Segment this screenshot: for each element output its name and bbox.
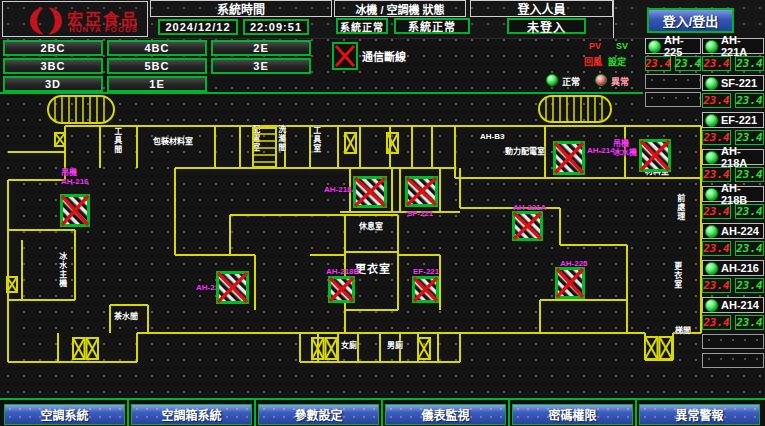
unit-status-led-icon [705,151,718,164]
ahu-offline-icon[interactable] [512,211,543,241]
unit-name: AH-224 [721,225,759,237]
setpoint-label: 設定 [608,55,626,68]
room-label: 工具室 [311,126,320,153]
unit-pv-value: 23.4 [702,56,731,71]
unit-sv-value: 23.4 [735,93,764,108]
room-label: 女廁 [341,342,357,351]
chiller-status-value: 系統正常 [336,18,388,34]
stairs-icon [252,127,277,168]
top-bar: 宏亞食品 HUNYA FOODS 系統時間 2024/12/12 22:09:5… [0,0,765,39]
menu-divider [254,400,256,426]
login-logout-button[interactable]: 登入/登出 [647,8,734,33]
unit-status-led-icon [648,40,661,53]
unit-ah-221a[interactable]: AH-221A [702,38,764,54]
menu-divider [635,400,637,426]
floor-button-4bc[interactable]: 4BC [107,40,207,56]
bottom-button-1[interactable]: 空調系統 [4,404,125,425]
floor-button-2bc[interactable]: 2BC [3,40,103,56]
menu-divider [381,400,383,426]
unit-name: AH-218B [721,182,763,206]
room-label: 休息室 [359,223,383,232]
unit-name: AH-225 [664,34,700,58]
hmi-screen: 宏亞食品 HUNYA FOODS 系統時間 2024/12/12 22:09:5… [0,0,765,426]
unit-pv-value: 23.4 [702,204,731,219]
bottom-button-6[interactable]: 異常警報 [639,404,760,425]
bottom-button-3[interactable]: 參數設定 [258,404,379,425]
unit-sv-value: 23.4 [675,56,701,71]
floor-button-1e[interactable]: 1E [107,76,207,92]
equipment-label: AH-214 [587,146,615,155]
company-name-en: HUNYA FOODS [69,25,138,34]
floor-button-5bc[interactable]: 5BC [107,58,207,74]
login-user-title: 登入人員 [470,0,613,17]
ahu-offline-icon[interactable] [216,271,249,304]
pv-label: PV [589,41,601,51]
unit-name: AH-214 [721,299,759,311]
floor-button-2e[interactable]: 2E [211,40,311,56]
unit-sv-value: 23.4 [735,204,764,219]
exhaust-fan-icon [344,132,357,154]
stairs-icon [538,95,612,123]
empty-slot [645,92,701,107]
floor-button-3e[interactable]: 3E [211,58,311,74]
room-label: 前處理 [675,194,684,221]
unit-ah-218b[interactable]: AH-218B [702,186,764,202]
unit-pv-value: 23.4 [702,278,731,293]
sv-label: SV [616,41,628,51]
unit-ah-216[interactable]: AH-216 [702,260,764,276]
equipment-label: AH-218B [326,267,359,276]
exhaust-fan-icon [72,337,99,360]
floor-button-3d[interactable]: 3D [3,76,103,92]
unit-status-led-icon [705,77,718,90]
normal-led-icon [546,74,558,86]
room-label: 男廁 [387,342,403,351]
unit-name: AH-216 [721,262,759,274]
ahu-offline-icon[interactable] [412,276,439,303]
unit-ah-224[interactable]: AH-224 [702,223,764,239]
unit-ah-218a[interactable]: AH-218A [702,149,764,165]
equipment-label: 吊機 冰水機 [613,139,637,157]
bottom-button-2[interactable]: 空調箱系統 [131,404,252,425]
unit-pv-value: 23.4 [702,130,731,145]
abnormal-led-icon [595,74,607,86]
unit-status-led-icon [705,114,718,127]
ahu-offline-icon[interactable] [405,176,438,207]
unit-pv-value: 23.4 [702,315,731,330]
unit-sv-value: 23.4 [735,56,764,71]
ahu-offline-icon[interactable] [60,194,90,227]
ahu-offline-icon[interactable] [639,139,671,172]
bottom-button-4[interactable]: 儀表監視 [385,404,506,425]
unit-pv-value: 23.4 [702,167,731,182]
ahu-offline-icon[interactable] [328,276,355,303]
unit-ah-225[interactable]: AH-225 [645,38,701,54]
exhaust-fan-icon [311,337,338,360]
system-time-title: 系統時間 [150,0,332,17]
comm-offline-label: 通信斷線 [362,48,406,64]
unit-ah-214[interactable]: AH-214 [702,297,764,313]
ahu-offline-icon[interactable] [353,176,387,208]
menu-divider [127,400,129,426]
equipment-label: 吊機 AH-216 [61,168,89,186]
unit-pv-value: 23.4 [645,56,671,71]
return-air-label: 回風 [584,55,602,68]
empty-slot [702,353,764,368]
unit-status-led-icon [705,299,718,312]
floor-button-3bc[interactable]: 3BC [3,58,103,74]
unit-status-led-icon [705,225,718,238]
exhaust-fan-icon [6,276,18,293]
bottom-button-5[interactable]: 密碼權限 [512,404,633,425]
unit-sf-221[interactable]: SF-221 [702,75,764,91]
floor-plan: 工具間包裝材料室配電室洗滌間工具室AH-B3動力配電室機房材料室前處理休息室更衣… [0,93,765,397]
unit-ef-221[interactable]: EF-221 [702,112,764,128]
system-time-value: 22:09:51 [243,19,309,35]
stairs-icon [47,95,115,124]
room-label: 洗滌間 [276,125,285,152]
ahu-offline-icon[interactable] [555,267,585,299]
menu-divider [508,400,510,426]
unit-name: AH-218A [721,145,763,169]
normal-label: 正常 [562,75,580,88]
unit-sv-value: 23.4 [735,241,764,256]
ahu-offline-icon[interactable] [553,141,585,175]
room-label: AH-B3 [480,133,504,142]
room-label: 冰水主機 [57,252,66,288]
